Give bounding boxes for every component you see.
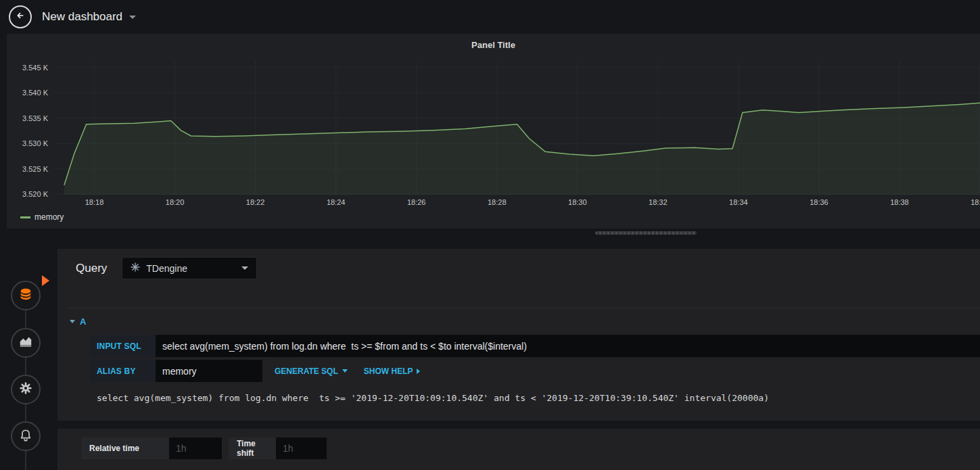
x-axis: 18:1818:2018:2218:2418:2618:2818:3018:32…: [54, 195, 980, 210]
query-section-title: Query: [76, 262, 107, 275]
x-axis-tick-label: 18:24: [327, 198, 346, 206]
input-sql-label: INPUT SQL: [90, 335, 156, 357]
time-options-card: Relative time Time shift: [57, 429, 980, 470]
x-axis-tick-label: 18:34: [729, 198, 748, 206]
time-series-chart[interactable]: [54, 61, 980, 195]
panel-edit-area: Query TDengine A INPUT SQL: [0, 238, 980, 470]
x-axis-tick-label: 18:30: [568, 198, 587, 206]
chevron-down-icon: [129, 16, 136, 19]
graph-panel: Panel Title 3.545 K3.540 K3.535 K3.530 K…: [7, 34, 980, 229]
top-navbar: New dashboard: [0, 0, 980, 34]
query-section-header: Query TDengine: [68, 257, 980, 279]
chevron-right-icon: [417, 369, 420, 374]
relative-time-field[interactable]: [169, 438, 222, 459]
dashboard-title-dropdown[interactable]: New dashboard: [42, 10, 136, 24]
y-axis-tick-label: 3.535 K: [22, 114, 48, 122]
x-axis-tick-label: 18:40: [971, 198, 980, 206]
y-axis-tick-label: 3.530 K: [22, 139, 48, 147]
legend-item-memory[interactable]: memory: [7, 210, 980, 225]
chart-icon: [18, 334, 33, 352]
tab-visualization[interactable]: [11, 328, 41, 358]
query-ref-id: A: [80, 316, 86, 327]
arrow-left-icon: [14, 9, 26, 24]
x-axis-tick-label: 18:26: [407, 198, 426, 206]
panel-title[interactable]: Panel Title: [7, 38, 980, 53]
time-shift-field[interactable]: [276, 438, 327, 459]
time-options-row: Relative time Time shift: [81, 438, 980, 459]
show-help-label: SHOW HELP: [364, 367, 413, 376]
x-axis-tick-label: 18:28: [488, 198, 507, 206]
generate-sql-label: GENERATE SQL: [275, 367, 338, 376]
y-axis-tick-label: 3.540 K: [22, 89, 48, 97]
collapse-caret-icon: [70, 320, 75, 323]
dashboard-title: New dashboard: [42, 10, 122, 24]
y-axis-tick-label: 3.520 K: [22, 190, 48, 198]
panel-edit-tab-rail: [0, 238, 57, 470]
x-axis-tick-label: 18:18: [85, 198, 104, 206]
datasource-picker[interactable]: TDengine: [122, 257, 257, 279]
bell-icon: [18, 427, 33, 445]
horizontal-scrollbar-thumb[interactable]: [595, 231, 697, 235]
gear-icon: [18, 381, 33, 398]
x-axis-tick-label: 18:20: [166, 198, 185, 206]
generate-sql-button[interactable]: GENERATE SQL: [271, 360, 352, 382]
relative-time-label: Relative time: [81, 438, 169, 459]
datasource-name: TDengine: [146, 263, 187, 274]
x-axis-tick-label: 18:38: [890, 198, 909, 206]
chevron-down-icon: [241, 266, 248, 270]
alias-by-field[interactable]: [156, 360, 262, 382]
generated-sql-text: select avg(mem_system) from log.dn where…: [97, 393, 980, 403]
tab-alert[interactable]: [11, 421, 41, 451]
tab-queries[interactable]: [11, 281, 41, 310]
x-axis-tick-label: 18:22: [246, 198, 265, 206]
x-axis-tick-label: 18:32: [649, 198, 668, 206]
scrollbar-track: [0, 229, 980, 238]
datasource-logo-icon: [131, 262, 140, 275]
active-tab-arrow-icon: [42, 275, 49, 286]
alias-by-row: ALIAS BY GENERATE SQL SHOW HELP: [90, 360, 980, 382]
database-icon: [18, 287, 33, 304]
query-ref-row[interactable]: A: [68, 308, 980, 335]
query-card: Query TDengine A INPUT SQL: [57, 249, 980, 421]
alias-by-label: ALIAS BY: [90, 360, 156, 382]
y-axis-tick-label: 3.545 K: [22, 64, 48, 72]
y-axis: 3.545 K3.540 K3.535 K3.530 K3.525 K3.520…: [7, 61, 54, 195]
input-sql-row: INPUT SQL: [90, 335, 980, 357]
legend-series-color: [20, 216, 30, 218]
grafana-app: New dashboard Panel Title 3.545 K3.540 K…: [0, 0, 980, 470]
x-axis-tick-label: 18:36: [810, 198, 829, 206]
input-sql-field[interactable]: [156, 335, 980, 357]
chevron-down-icon: [342, 369, 348, 373]
y-axis-tick-label: 3.525 K: [22, 165, 48, 173]
show-help-button[interactable]: SHOW HELP: [360, 360, 425, 382]
tab-general[interactable]: [11, 375, 41, 404]
query-editor-main: Query TDengine A INPUT SQL: [57, 249, 980, 470]
legend-series-label: memory: [34, 212, 64, 222]
back-button[interactable]: [9, 5, 32, 28]
time-shift-label: Time shift: [229, 438, 276, 459]
